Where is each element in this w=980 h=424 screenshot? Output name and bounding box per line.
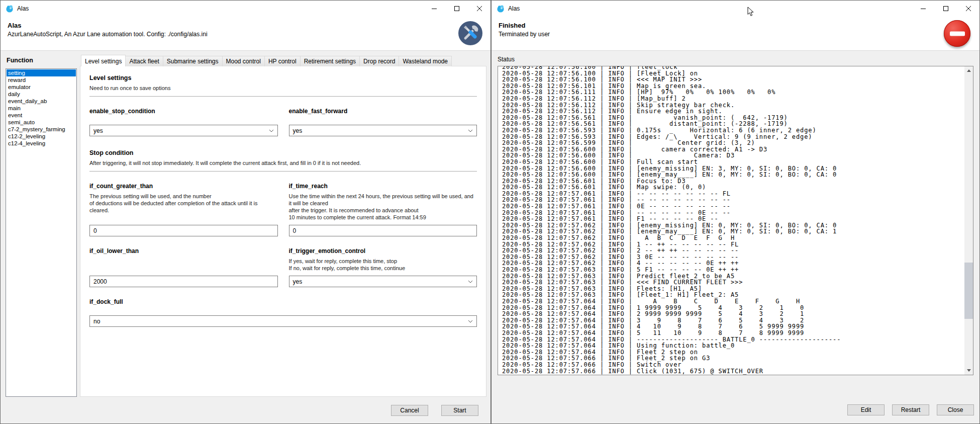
if-trigger-emotion-control-select[interactable]: yes (289, 276, 477, 287)
function-item-semi-auto[interactable]: semi_auto (7, 119, 76, 126)
tab-retirement-settings[interactable]: Retirement settings (300, 56, 360, 66)
stop-condition-desc: After triggering, it will not stop immed… (89, 160, 477, 166)
maximize-icon (943, 6, 948, 11)
run-status-subtitle: Terminated by user (499, 31, 972, 38)
field-label: if_trigger_emotion_control (289, 247, 477, 255)
level-settings-page: Level settings Need to run once to save … (80, 66, 486, 397)
log-scrollbar[interactable] (964, 66, 973, 375)
function-item-c7-2-mystery-farming[interactable]: c7-2_mystery_farming (7, 126, 76, 133)
function-listbox[interactable]: setting reward emulator daily event_dail… (6, 68, 77, 397)
if-time-reach-input[interactable] (289, 225, 477, 236)
status-label: Status (498, 56, 973, 63)
restart-button[interactable]: Restart (892, 404, 929, 415)
left-window-title: Alas (17, 5, 29, 12)
stop-condition-heading: Stop condition (89, 149, 477, 156)
if-oil-lower-than-input[interactable] (89, 276, 278, 287)
field-desc: The previous setting will be used, and t… (89, 193, 278, 221)
if-dock-full-select[interactable]: no (89, 315, 477, 327)
field-if-dock-full: if_dock_full no (89, 298, 477, 327)
spacer (89, 115, 278, 121)
spacer (289, 115, 477, 121)
edit-button[interactable]: Edit (847, 404, 885, 415)
if-count-greater-than-input[interactable] (89, 225, 278, 236)
minimize-icon (921, 6, 926, 11)
right-titlebar[interactable]: Alas (492, 1, 979, 17)
scroll-up-button[interactable] (964, 66, 973, 75)
spacer (89, 305, 477, 311)
spacer (89, 255, 278, 272)
field-if-count-greater-than: if_count_greater_than The previous setti… (89, 183, 278, 236)
field-enable-stop-condition: enable_stop_condition yes (89, 108, 278, 136)
tab-wasteland-mode[interactable]: Wasteland mode (399, 56, 452, 66)
maximize-icon (454, 6, 459, 11)
chevron-down-icon (468, 320, 473, 323)
tab-level-settings[interactable]: Level settings (81, 55, 126, 66)
field-desc: If yes, wait for reply, complete this ti… (289, 258, 477, 272)
arrow-up-icon (967, 69, 971, 72)
select-value: yes (293, 127, 303, 134)
config-subtitle: AzurLaneAutoScript, An Azur Lane automat… (8, 31, 483, 38)
left-maximize-button[interactable] (445, 1, 468, 17)
settings-tab-control: Level settings Attack fleet Submarine se… (80, 55, 486, 397)
tab-drop-record[interactable]: Drop record (359, 56, 399, 66)
function-item-event[interactable]: event (7, 112, 76, 119)
chevron-down-icon (468, 129, 473, 132)
function-item-reward[interactable]: reward (7, 76, 76, 83)
cancel-button[interactable]: Cancel (391, 405, 428, 416)
log-window: Alas Finished Terminated by user Sta (491, 0, 980, 424)
function-item-c12-4-leveling[interactable]: c12-4_leveling (7, 140, 76, 147)
function-item-event-daily-ab[interactable]: event_daily_ab (7, 98, 76, 105)
close-button[interactable]: Close (937, 404, 974, 415)
function-item-daily[interactable]: daily (7, 91, 76, 98)
stopped-icon-bar (950, 31, 965, 36)
select-value: no (93, 318, 100, 325)
right-close-button[interactable] (957, 1, 979, 17)
alas-app-icon (497, 5, 505, 13)
right-footer: Edit Restart Close (492, 375, 979, 423)
field-label: if_count_greater_than (89, 183, 278, 190)
enable-stop-condition-select[interactable]: yes (89, 125, 278, 136)
left-main: Function setting reward emulator daily e… (1, 51, 491, 397)
chevron-down-icon (468, 280, 473, 283)
left-close-button[interactable] (468, 1, 491, 17)
start-button[interactable]: Start (441, 405, 478, 416)
right-minimize-button[interactable] (912, 1, 934, 17)
enable-fast-forward-select[interactable]: yes (289, 125, 477, 136)
field-label: if_oil_lower_than (89, 247, 278, 255)
function-label: Function (7, 57, 77, 64)
tab-bar: Level settings Attack fleet Submarine se… (80, 55, 486, 66)
left-minimize-button[interactable] (423, 1, 445, 17)
minimize-icon (432, 6, 437, 11)
field-label: if_dock_full (89, 298, 477, 305)
divider (89, 171, 477, 172)
scrollbar-thumb[interactable] (964, 263, 973, 319)
tab-mood-control[interactable]: Mood control (222, 56, 265, 66)
right-header: Finished Terminated by user (492, 17, 979, 51)
field-if-trigger-emotion-control: if_trigger_emotion_control If yes, wait … (289, 247, 477, 287)
tab-hp-control[interactable]: HP control (264, 56, 301, 66)
left-header: Alas AzurLaneAutoScript, An Azur Lane au… (1, 17, 491, 51)
function-item-main[interactable]: main (7, 105, 76, 112)
stopped-icon (944, 20, 970, 47)
close-icon (966, 6, 971, 11)
tab-attack-fleet[interactable]: Attack fleet (125, 56, 163, 66)
function-item-emulator[interactable]: emulator (7, 83, 76, 91)
select-value: yes (93, 127, 103, 134)
chevron-down-icon (269, 129, 274, 132)
level-settings-desc: Need to run once to save options (89, 85, 477, 91)
level-settings-heading: Level settings (89, 74, 477, 81)
field-desc: Use the time within the next 24 hours, t… (289, 193, 477, 221)
field-label: if_time_reach (289, 183, 477, 190)
function-item-c12-2-leveling[interactable]: c12-2_leveling (7, 133, 76, 140)
field-if-oil-lower-than: if_oil_lower_than (89, 247, 278, 287)
function-panel: Function setting reward emulator daily e… (6, 55, 77, 397)
scroll-down-button[interactable] (964, 366, 973, 375)
left-footer: Cancel Start (1, 397, 491, 423)
right-maximize-button[interactable] (934, 1, 957, 17)
field-label: enable_stop_condition (89, 108, 278, 115)
function-item-setting[interactable]: setting (7, 69, 76, 76)
tab-submarine-settings[interactable]: Submarine settings (163, 56, 223, 66)
field-label: enable_fast_forward (289, 108, 477, 115)
left-titlebar[interactable]: Alas (1, 1, 491, 17)
desktop: Alas Alas AzurLaneAutoScript, An Azur La… (0, 0, 980, 424)
